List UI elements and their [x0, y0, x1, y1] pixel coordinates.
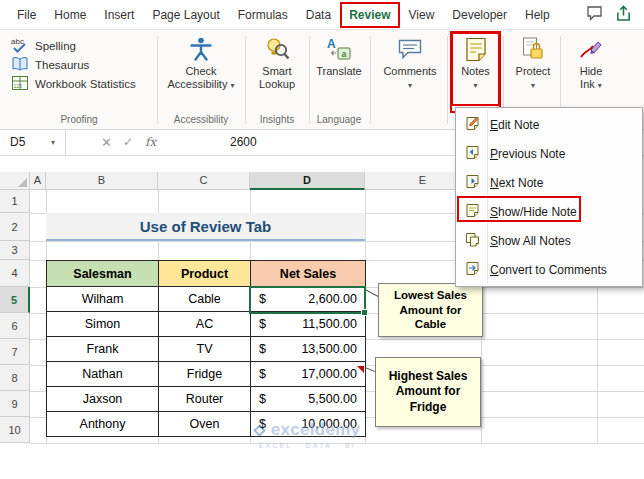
cell-C7[interactable]: TV — [159, 337, 251, 362]
row-header-5[interactable]: 5 — [0, 287, 30, 313]
cell-B6[interactable]: Simon — [47, 312, 159, 337]
menu-item-edit-note[interactable]: Edit Note — [456, 110, 642, 139]
share-icon[interactable] — [615, 5, 632, 25]
tab-review[interactable]: Review — [340, 2, 399, 28]
protect-label: Protect — [516, 65, 551, 77]
group-divider — [157, 36, 158, 124]
note-popup-lowest[interactable]: Lowest Sales Amount for Cable — [378, 283, 483, 337]
tab-formulas[interactable]: Formulas — [229, 2, 297, 28]
cell-D8[interactable]: $17,000.00 — [251, 362, 366, 387]
table-row: Frank TV $13,500.00 — [47, 337, 366, 362]
header-cell-product[interactable]: Product — [159, 261, 251, 287]
spelling-button[interactable]: abc Spelling — [8, 36, 79, 55]
column-header-B[interactable]: B — [46, 172, 158, 190]
row-header-4[interactable]: 4 — [0, 260, 30, 287]
menu-item-show-hide-note[interactable]: Show/Hide Note — [456, 197, 642, 226]
formula-input[interactable]: 2600 — [230, 130, 257, 155]
column-header-C[interactable]: C — [158, 172, 250, 190]
tab-insert[interactable]: Insert — [95, 2, 143, 28]
row-header-7[interactable]: 7 — [0, 339, 30, 365]
comments-icon — [378, 33, 442, 65]
menu-item-label: Edit Note — [490, 118, 539, 132]
sheet-title-cell[interactable]: Use of Review Tab — [46, 213, 365, 241]
header-cell-salesman[interactable]: Salesman — [47, 261, 159, 287]
thesaurus-label: Thesaurus — [35, 59, 89, 71]
comments-bubble-icon[interactable] — [586, 5, 603, 24]
menu-item-convert-to-comments[interactable]: Convert to Comments — [456, 255, 642, 284]
name-box-dropdown-icon[interactable]: ▾ — [51, 130, 55, 155]
tab-data[interactable]: Data — [297, 2, 340, 28]
row-header-3[interactable]: 3 — [0, 241, 30, 260]
select-all-corner[interactable] — [0, 172, 30, 190]
table-row: Jaxson Router $5,500.00 — [47, 387, 366, 412]
tab-home[interactable]: Home — [45, 2, 95, 28]
menu-item-label: Next Note — [490, 176, 543, 190]
cell-D7[interactable]: $13,500.00 — [251, 337, 366, 362]
cell-C6[interactable]: AC — [159, 312, 251, 337]
menu-item-show-all-notes[interactable]: Show All Notes — [456, 226, 642, 255]
amount-value: 11,500.00 — [302, 317, 357, 331]
spelling-icon: abc — [11, 36, 29, 56]
titlebar-icons — [586, 5, 644, 25]
cell-B7[interactable]: Frank — [47, 337, 159, 362]
protect-button[interactable]: Protect ▾ — [506, 33, 560, 111]
name-box[interactable]: D5 — [0, 130, 66, 155]
cell-C8[interactable]: Fridge — [159, 362, 251, 387]
comments-button[interactable]: Comments ▾ — [378, 33, 442, 111]
ribbon-tab-bar: File Home Insert Page Layout Formulas Da… — [0, 0, 644, 30]
hide-ink-button[interactable]: Hide Ink ▾ — [563, 33, 619, 111]
insert-function-icon[interactable]: fx — [145, 130, 156, 155]
smart-lookup-button[interactable]: Smart Lookup — [247, 33, 307, 111]
translate-button[interactable]: Aa Translate — [311, 33, 367, 111]
cancel-icon[interactable]: ✕ — [101, 130, 112, 155]
show-all-notes-icon — [465, 232, 480, 250]
enter-icon[interactable]: ✓ — [123, 130, 133, 155]
svg-text:abc: abc — [11, 37, 24, 46]
tab-page-layout[interactable]: Page Layout — [143, 2, 228, 28]
column-header-A[interactable]: A — [30, 172, 46, 190]
edit-note-icon — [465, 116, 480, 134]
hide-ink-label: Hide Ink ▾ — [573, 65, 609, 92]
cell-D6[interactable]: $11,500.00 — [251, 312, 366, 337]
svg-text:123: 123 — [14, 83, 23, 89]
watermark-tagline: EXCEL · DATA · BI — [230, 442, 385, 449]
note-indicator-icon — [357, 366, 364, 373]
row-header-1[interactable]: 1 — [0, 190, 30, 213]
check-accessibility-button[interactable]: Check Accessibility ▾ — [160, 33, 242, 111]
tab-developer[interactable]: Developer — [443, 2, 516, 28]
cell-B8[interactable]: Nathan — [47, 362, 159, 387]
row-header-10[interactable]: 10 — [0, 417, 30, 443]
note-popup-highest[interactable]: Highest Sales Amount for Fridge — [375, 357, 481, 427]
hide-ink-icon — [563, 33, 619, 65]
workbook-statistics-button[interactable]: 123 Workbook Statistics — [8, 74, 139, 93]
tab-help[interactable]: Help — [516, 2, 559, 28]
row-header-9[interactable]: 9 — [0, 391, 30, 417]
menu-item-previous-note[interactable]: Previous Note — [456, 139, 642, 168]
tab-file[interactable]: File — [8, 2, 45, 28]
next-note-icon — [465, 174, 480, 192]
translate-label: Translate — [316, 65, 361, 77]
row-header-2[interactable]: 2 — [0, 213, 30, 241]
cell-B5[interactable]: Wilham — [47, 287, 159, 312]
column-header-D[interactable]: D — [250, 172, 365, 190]
row-header-8[interactable]: 8 — [0, 365, 30, 391]
tab-view[interactable]: View — [400, 2, 444, 28]
notes-button[interactable]: Notes ▾ — [452, 33, 499, 111]
cell-D9[interactable]: $5,500.00 — [251, 387, 366, 412]
cell-C9[interactable]: Router — [159, 387, 251, 412]
header-cell-net-sales[interactable]: Net Sales — [251, 261, 366, 287]
menu-item-next-note[interactable]: Next Note — [456, 168, 642, 197]
group-divider — [309, 36, 310, 124]
chevron-down-icon: ▾ — [506, 79, 560, 92]
chevron-down-icon: ▾ — [230, 81, 234, 90]
watermark-brand: exceldemy — [271, 420, 361, 440]
amount-value: 13,500.00 — [301, 342, 357, 356]
cell-B9[interactable]: Jaxson — [47, 387, 159, 412]
excel-window: File Home Insert Page Layout Formulas Da… — [0, 0, 644, 479]
row-header-6[interactable]: 6 — [0, 313, 30, 339]
active-cell-selection-border — [249, 286, 366, 314]
currency-symbol: $ — [259, 317, 266, 331]
cell-B10[interactable]: Anthony — [47, 412, 159, 437]
cell-C5[interactable]: Cable — [159, 287, 251, 312]
thesaurus-button[interactable]: Thesaurus — [8, 55, 92, 74]
